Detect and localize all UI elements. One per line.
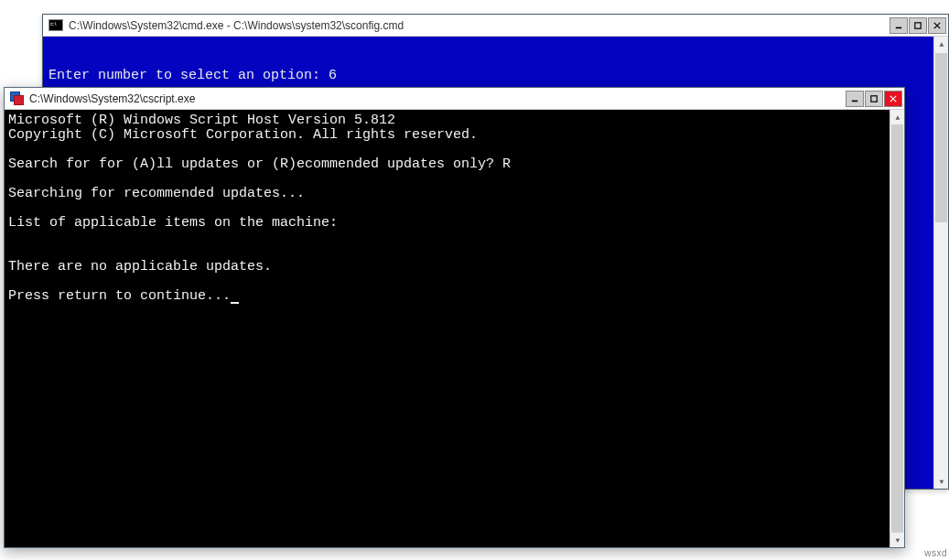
maximize-button[interactable] [865,91,883,107]
cscript-icon [10,92,24,105]
output-line: There are no applicable updates. [8,259,272,275]
scroll-down-icon[interactable]: ▼ [890,533,904,547]
cmd-titlebar-left: C:\Windows\System32\cmd.exe - C:\Windows… [49,19,404,32]
scroll-up-icon[interactable]: ▲ [934,37,948,51]
cmd-window-title: C:\Windows\System32\cmd.exe - C:\Windows… [69,19,404,32]
close-button[interactable] [884,91,902,107]
scroll-down-icon[interactable]: ▼ [934,474,948,489]
cscript-window-title: C:\Windows\System32\cscript.exe [29,92,195,105]
cmd-titlebar[interactable]: C:\Windows\System32\cmd.exe - C:\Windows… [43,15,948,37]
cursor-icon [231,302,239,304]
watermark-text: wsxd [924,548,947,558]
output-line: Search for for (A)ll updates or (R)ecomm… [8,156,511,172]
cscript-window-controls [846,91,902,107]
cscript-body[interactable]: Microsoft (R) Windows Script Host Versio… [5,110,904,547]
output-line: List of applicable items on the machine: [8,215,338,231]
minimize-button[interactable] [890,17,908,34]
scroll-track[interactable] [934,51,948,474]
output-line: Searching for recommended updates... [8,186,305,201]
output-line: Copyright (C) Microsoft Corporation. All… [8,127,478,143]
cscript-scrollbar[interactable]: ▲ ▼ [890,110,904,547]
cmd-window-controls [890,17,946,34]
scroll-track[interactable] [890,124,904,533]
svg-rect-1 [915,22,921,27]
cscript-window: C:\Windows\System32\cscript.exe Microsof… [4,87,905,548]
cscript-titlebar[interactable]: C:\Windows\System32\cscript.exe [5,88,904,110]
cmd-scrollbar[interactable]: ▲ ▼ [933,37,948,489]
scroll-thumb[interactable] [891,124,903,533]
cscript-titlebar-left: C:\Windows\System32\cscript.exe [10,92,195,105]
close-button[interactable] [928,17,946,34]
scroll-up-icon[interactable]: ▲ [890,110,904,124]
maximize-button[interactable] [909,17,927,34]
cmd-output-line: Enter number to select an option: 6 [49,68,943,83]
cscript-output: Microsoft (R) Windows Script Host Versio… [8,113,902,304]
cmd-icon [49,19,63,31]
output-line: Microsoft (R) Windows Script Host Versio… [8,113,395,128]
output-line: Press return to continue... [8,288,231,304]
scroll-thumb[interactable] [935,53,947,222]
svg-rect-5 [871,95,877,101]
minimize-button[interactable] [846,91,864,107]
